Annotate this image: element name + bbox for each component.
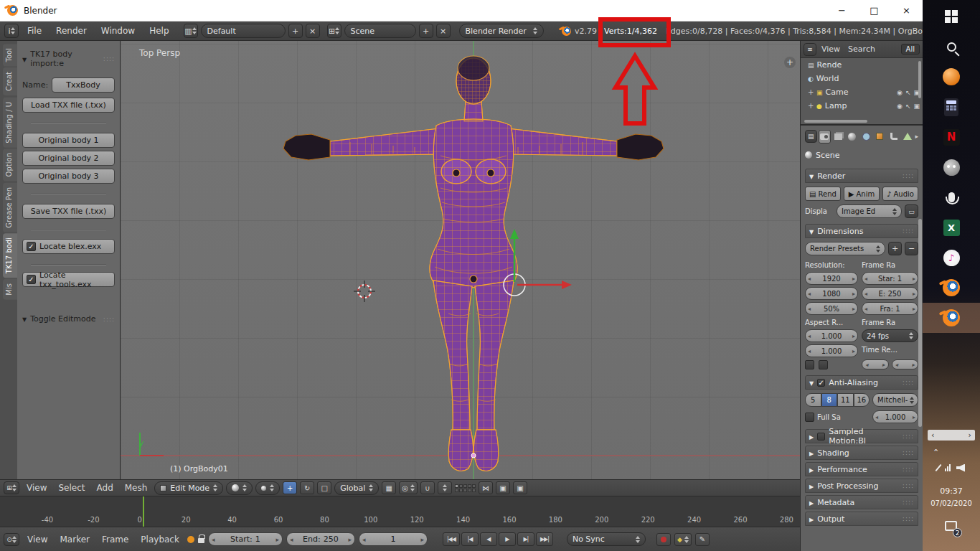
- region-expand-button[interactable]: +: [784, 57, 796, 68]
- scene-browse-icon[interactable]: ⊞: [327, 24, 341, 38]
- preset-remove-button[interactable]: −: [905, 242, 918, 255]
- outliner-vscrollbar[interactable]: [918, 61, 921, 98]
- timeline-ruler[interactable]: -40 -20 0 20 40 60 80 100 120 140 160 18…: [0, 496, 800, 527]
- display-mode-select[interactable]: Image Ed: [837, 204, 902, 218]
- taskbar-app-blender-active[interactable]: [923, 303, 980, 333]
- original-body-2-button[interactable]: Original body 2: [22, 151, 115, 166]
- resolution-x-field[interactable]: 1920: [805, 272, 858, 285]
- panel-grip-icon[interactable]: [103, 316, 115, 323]
- scene-field[interactable]: Scene: [344, 24, 416, 38]
- editor-type-3dview-icon[interactable]: ⊞: [4, 481, 19, 494]
- limit-selection-visible-toggle[interactable]: ▦: [382, 481, 396, 494]
- layout-add-button[interactable]: +: [288, 24, 303, 38]
- aa-samples-5-button[interactable]: 5: [805, 393, 821, 407]
- panel-grip-icon[interactable]: [903, 449, 914, 456]
- panel-grip-icon[interactable]: [903, 227, 914, 235]
- section-header-performance[interactable]: Performance: [805, 462, 918, 476]
- maximize-button[interactable]: □: [858, 0, 890, 22]
- aa-filter-size-field[interactable]: 1.000: [872, 410, 918, 423]
- resolution-y-field[interactable]: 1080: [805, 287, 858, 300]
- timeline-menu-view[interactable]: View: [23, 534, 52, 545]
- proportional-edit-select[interactable]: ◎: [399, 481, 418, 494]
- render-engine-select[interactable]: Blender Render: [459, 24, 544, 38]
- manipulator-translate-toggle[interactable]: +: [283, 481, 297, 494]
- outliner-item-renderlayers[interactable]: ▤ Rende: [801, 58, 923, 72]
- timeline-menu-frame[interactable]: Frame: [98, 534, 133, 545]
- menu-help[interactable]: Help: [143, 26, 174, 36]
- load-txx-button[interactable]: Load TXX file (.txx): [22, 98, 115, 113]
- frame-end-field[interactable]: End: 250: [286, 532, 355, 546]
- aspect-y-field[interactable]: 1.000: [805, 344, 858, 357]
- opengl-render-anim-button[interactable]: ▣: [513, 481, 527, 494]
- snap-element-select[interactable]: [438, 481, 452, 494]
- minimize-button[interactable]: −: [826, 0, 858, 22]
- full-sample-checkbox[interactable]: [805, 413, 814, 422]
- tab-options[interactable]: Option: [3, 149, 17, 181]
- lock-icon[interactable]: [198, 538, 204, 543]
- render-anim-button[interactable]: ▶Anim: [844, 187, 880, 201]
- section-header-output[interactable]: Output: [805, 512, 918, 526]
- section-header-shading[interactable]: Shading: [805, 446, 918, 460]
- time-remap-old-field[interactable]: ◂▸: [862, 359, 889, 369]
- network-icon[interactable]: [945, 464, 951, 471]
- motion-blur-checkbox[interactable]: [817, 433, 825, 441]
- stepper-right-icon[interactable]: ▸: [912, 362, 915, 368]
- scroll-left-icon[interactable]: ‹: [931, 430, 934, 440]
- outliner-menu-search[interactable]: Search: [845, 44, 878, 54]
- render-restrict-icon[interactable]: ▣: [913, 103, 920, 110]
- tabs-overflow-chevron-icon[interactable]: ▸: [915, 133, 918, 140]
- panel-grip-icon[interactable]: [903, 515, 914, 522]
- viewport-shading-select[interactable]: [226, 481, 253, 495]
- section-header-dimensions[interactable]: Dimensions: [805, 224, 918, 238]
- aa-samples-8-button[interactable]: 8: [821, 393, 838, 407]
- taskbar-app-orange[interactable]: [923, 62, 980, 92]
- pen-tray-icon[interactable]: [935, 464, 941, 471]
- timeline-menu-marker[interactable]: Marker: [55, 534, 93, 545]
- aspect-x-field[interactable]: 1.000: [805, 329, 858, 342]
- sync-select[interactable]: No Sync: [567, 532, 646, 546]
- taskbar-search-button[interactable]: [923, 32, 980, 62]
- tab-render[interactable]: [819, 130, 831, 143]
- tab-render-layers[interactable]: [832, 130, 844, 143]
- add-menu[interactable]: Add: [93, 483, 118, 493]
- tab-misc[interactable]: Mis: [3, 279, 17, 300]
- screen-layout-browse-icon[interactable]: ▥: [184, 24, 198, 38]
- layout-close-button[interactable]: ×: [306, 24, 320, 38]
- tab-shading-uv[interactable]: Shading / U: [3, 98, 17, 148]
- menu-file[interactable]: File: [22, 26, 47, 36]
- body-name-field[interactable]: TxxBody: [52, 77, 115, 93]
- insert-keyframe-pencil-icon[interactable]: ✎: [695, 533, 710, 546]
- transform-manipulator[interactable]: [504, 229, 572, 296]
- section-header-metadata[interactable]: Metadata: [805, 495, 918, 509]
- properties-scrollbar[interactable]: [918, 219, 922, 427]
- tab-object[interactable]: [874, 130, 886, 143]
- 3d-viewport[interactable]: Top Persp y (1) OrgBody01 +: [121, 41, 800, 479]
- jump-to-start-button[interactable]: |◀◀: [443, 532, 460, 546]
- menu-render[interactable]: Render: [50, 26, 93, 36]
- locate-blex-toggle[interactable]: Locate blex.exx: [22, 239, 115, 254]
- resolution-percent-field[interactable]: 50%: [805, 302, 858, 315]
- tab-object-data[interactable]: [901, 130, 913, 143]
- taskbar-app-excel[interactable]: X: [923, 212, 980, 242]
- frame-start-field[interactable]: Star: 1: [862, 272, 918, 285]
- selectability-arrow-icon[interactable]: ↖: [905, 89, 911, 96]
- stepper-left-icon[interactable]: ◂: [895, 362, 898, 368]
- border-checkbox[interactable]: [805, 360, 814, 369]
- fps-select[interactable]: 24 fps: [862, 329, 918, 342]
- tab-tk17-body[interactable]: TK17 bodi: [3, 233, 17, 278]
- mirror-icon[interactable]: ⋈: [479, 481, 493, 494]
- play-button[interactable]: ▶: [499, 532, 516, 546]
- outliner-menu-view[interactable]: View: [819, 44, 843, 54]
- original-body-3-button[interactable]: Original body 3: [22, 169, 115, 184]
- current-frame-indicator[interactable]: [143, 496, 144, 527]
- outliner-hscrollbar[interactable]: [804, 120, 867, 123]
- frame-end-field[interactable]: E: 250: [862, 287, 918, 300]
- tab-world[interactable]: [859, 130, 872, 143]
- menu-window[interactable]: Window: [95, 26, 141, 36]
- antialiasing-checkbox[interactable]: [817, 379, 825, 387]
- screen-icon[interactable]: ▭: [905, 204, 918, 218]
- hidden-icons-chevron[interactable]: ⌃: [933, 448, 940, 455]
- aa-samples-16-button[interactable]: 16: [854, 393, 870, 407]
- time-remap-new-field[interactable]: ◂▸: [892, 359, 919, 369]
- start-button[interactable]: [923, 1, 980, 32]
